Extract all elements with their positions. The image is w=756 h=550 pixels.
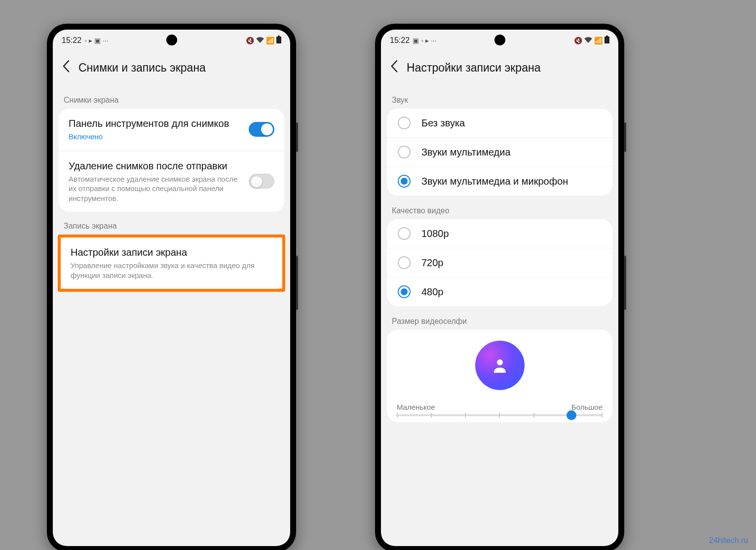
selfie-size-slider[interactable]: Маленькое Большое (397, 403, 603, 416)
section-quality: Качество видео (381, 201, 618, 219)
quality-option[interactable]: 1080p (387, 219, 612, 248)
sound-option[interactable]: Без звука (387, 109, 612, 137)
physical-button (624, 122, 626, 152)
sound-card: Без звукаЗвуки мультимедиаЗвуки мультиме… (387, 109, 612, 196)
setting-status-on: Включено (69, 132, 242, 142)
slider-min-label: Маленькое (397, 403, 435, 411)
section-selfie-size: Размер видеоселфи (381, 312, 618, 330)
section-sound: Звук (381, 91, 618, 109)
status-left-icons: ◦ ▸ ▣ ··· (84, 37, 108, 44)
wifi-icon (256, 37, 264, 44)
delete-after-send-row[interactable]: Удаление снимков после отправки Автомати… (59, 151, 284, 212)
status-time: 15:22 (390, 36, 410, 45)
quality-card: 1080p720p480p (387, 219, 612, 306)
watermark: 24hitech.ru (709, 536, 748, 545)
wifi-icon (584, 37, 592, 44)
radio-icon[interactable] (398, 285, 411, 298)
svg-rect-1 (276, 37, 281, 43)
radio-label: 1080p (421, 228, 449, 239)
status-left-icons: ▣ ◦ ▸ ··· (413, 37, 436, 44)
back-button[interactable] (60, 58, 76, 78)
svg-rect-3 (605, 37, 609, 43)
radio-label: Звуки мультимедиа (421, 147, 511, 158)
radio-icon[interactable] (398, 146, 411, 158)
mute-icon: 🔇 (574, 37, 582, 44)
mute-icon: 🔇 (246, 37, 254, 44)
signal-icon: 📶 (266, 37, 274, 44)
selfie-card: Маленькое Большое (387, 330, 612, 422)
slider-thumb[interactable] (567, 410, 576, 420)
radio-label: Без звука (421, 118, 465, 129)
radio-icon[interactable] (398, 227, 411, 240)
signal-icon: 📶 (594, 37, 603, 44)
header: Настройки записи экрана (381, 48, 618, 91)
screenshots-card: Панель инструментов для снимков Включено… (59, 109, 284, 212)
radio-label: 720p (421, 257, 444, 269)
radio-label: Звуки мультимедиа и микрофон (421, 176, 568, 187)
svg-rect-0 (278, 36, 280, 37)
camera-notch (166, 35, 177, 45)
screen-left: 15:22 ◦ ▸ ▣ ··· 🔇 📶 Снимки и запись экра… (53, 30, 290, 546)
radio-icon[interactable] (398, 117, 411, 129)
header: Снимки и запись экрана (53, 48, 290, 91)
sound-option[interactable]: Звуки мультимедиа и микрофон (387, 166, 612, 196)
screenshot-toolbar-row[interactable]: Панель инструментов для снимков Включено (59, 109, 284, 151)
toggle-delete-after-send[interactable] (249, 174, 274, 189)
phone-frame-left: 15:22 ◦ ▸ ▣ ··· 🔇 📶 Снимки и запись экра… (47, 24, 296, 550)
highlight-annotation: Настройки записи экрана Управление настр… (58, 235, 285, 292)
physical-button (296, 256, 298, 310)
status-time: 15:22 (62, 36, 81, 45)
battery-icon (605, 36, 609, 45)
slider-max-label: Большое (571, 403, 603, 411)
section-screenshots: Снимки экрана (53, 91, 290, 109)
quality-option[interactable]: 480p (387, 277, 612, 306)
radio-icon[interactable] (398, 256, 411, 269)
svg-rect-2 (606, 36, 608, 37)
setting-description: Автоматическое удаление снимков экрана п… (69, 174, 242, 203)
person-icon (491, 356, 509, 374)
page-title: Снимки и запись экрана (78, 61, 206, 75)
page-title: Настройки записи экрана (407, 61, 540, 75)
section-recording: Запись экрана (53, 217, 290, 235)
quality-option[interactable]: 720p (387, 248, 612, 277)
physical-button (296, 122, 298, 152)
toggle-screenshot-toolbar[interactable] (249, 122, 274, 137)
setting-title: Удаление снимков после отправки (69, 160, 242, 172)
recording-settings-row[interactable]: Настройки записи экрана Управление настр… (61, 237, 282, 289)
camera-notch (494, 35, 505, 45)
svg-point-4 (497, 359, 503, 365)
setting-title: Панель инструментов для снимков (69, 118, 242, 130)
phone-frame-right: 15:22 ▣ ◦ ▸ ··· 🔇 📶 Настройки записи экр… (375, 24, 624, 550)
screen-right: 15:22 ▣ ◦ ▸ ··· 🔇 📶 Настройки записи экр… (381, 30, 618, 546)
radio-label: 480p (421, 286, 444, 298)
setting-title: Настройки записи экрана (71, 246, 272, 259)
radio-icon[interactable] (398, 175, 411, 188)
selfie-avatar-preview (475, 341, 525, 390)
sound-option[interactable]: Звуки мультимедиа (387, 137, 612, 166)
physical-button (624, 256, 626, 310)
setting-description: Управление настройками звука и качества … (71, 261, 272, 280)
battery-icon (276, 36, 281, 45)
back-button[interactable] (388, 58, 404, 78)
